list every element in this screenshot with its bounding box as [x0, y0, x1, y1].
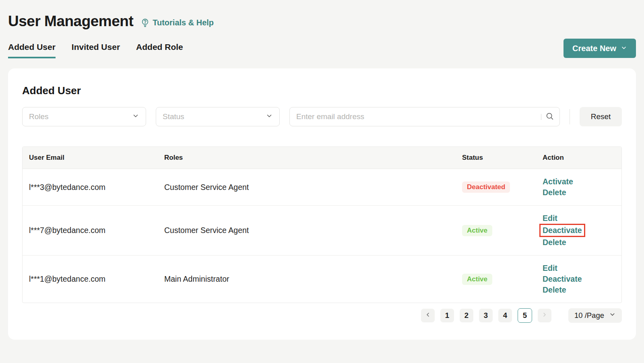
user-email-cell: l***3@bytedance.com [23, 169, 158, 206]
page-title: User Management [8, 13, 133, 30]
chevron-down-icon [621, 44, 627, 53]
create-new-button[interactable]: Create New [564, 39, 636, 58]
user-email-cell: l***7@bytedance.com [23, 206, 158, 256]
roles-select[interactable]: Roles [22, 107, 146, 126]
tutorials-help-label: Tutorials & Help [153, 18, 214, 27]
page-button-3[interactable]: 3 [479, 309, 493, 322]
action-delete-link[interactable]: Delete [543, 237, 566, 248]
panel-title: Added User [22, 85, 622, 97]
page-button-1[interactable]: 1 [440, 309, 454, 322]
user-email-cell: l***1@bytedance.com [23, 256, 158, 303]
pagination: 1 2 3 4 5 10 /Page [22, 308, 622, 323]
page-button-2[interactable]: 2 [460, 309, 473, 322]
status-badge-deactivated: Deactivated [462, 182, 510, 193]
email-search-input[interactable] [296, 112, 541, 121]
action-activate-link[interactable]: Activate [543, 176, 573, 187]
page-size-label: 10 /Page [574, 311, 604, 320]
next-page-button[interactable] [538, 309, 551, 322]
roles-select-placeholder: Roles [29, 112, 49, 121]
role-cell: Customer Service Agent [158, 206, 456, 256]
table-row: l***1@bytedance.com Main Administrator A… [23, 256, 621, 303]
page-button-5-current[interactable]: 5 [518, 308, 532, 323]
status-badge-active: Active [462, 274, 492, 285]
action-delete-link[interactable]: Delete [543, 187, 566, 198]
tabs-row: Added User Invited User Added Role Creat… [8, 39, 636, 58]
chevron-down-icon [609, 311, 616, 320]
status-badge-active: Active [462, 225, 492, 236]
chevron-left-icon [425, 311, 431, 320]
users-table: User Email Roles Status Action l***3@byt… [22, 146, 622, 303]
email-search-box [289, 107, 560, 126]
column-header-user-email: User Email [23, 147, 158, 169]
tab-invited-user[interactable]: Invited User [72, 42, 120, 58]
lightbulb-question-icon [140, 18, 150, 27]
table-row: l***7@bytedance.com Customer Service Age… [23, 206, 621, 256]
chevron-down-icon [132, 112, 139, 121]
table-header-row: User Email Roles Status Action [23, 147, 621, 169]
action-edit-link[interactable]: Edit [543, 263, 557, 274]
filters-bar: Roles Status Reset [22, 107, 622, 126]
tutorials-help-link[interactable]: Tutorials & Help [140, 18, 214, 27]
input-suffix-divider [541, 114, 541, 120]
added-user-panel: Added User Roles Status [8, 68, 636, 340]
tab-added-role[interactable]: Added Role [136, 42, 183, 58]
column-header-status: Status [456, 147, 536, 169]
status-select-placeholder: Status [163, 112, 184, 121]
chevron-down-icon [266, 112, 273, 121]
action-delete-link[interactable]: Delete [543, 285, 566, 295]
create-new-label: Create New [572, 44, 616, 53]
role-cell: Customer Service Agent [158, 169, 456, 206]
page-size-select[interactable]: 10 /Page [568, 308, 622, 323]
table-row: l***3@bytedance.com Customer Service Age… [23, 169, 621, 206]
tab-bar: Added User Invited User Added Role [8, 42, 183, 58]
column-header-roles: Roles [158, 147, 456, 169]
role-cell: Main Administrator [158, 256, 456, 303]
page-button-4[interactable]: 4 [498, 309, 512, 322]
filters-divider [570, 109, 570, 124]
search-icon[interactable] [545, 112, 554, 122]
user-management-page: User Management Tutorials & Help Added U… [0, 0, 644, 340]
reset-button[interactable]: Reset [580, 107, 622, 126]
action-deactivate-link-highlighted[interactable]: Deactivate [539, 224, 585, 237]
prev-page-button[interactable] [421, 309, 435, 322]
page-header: User Management Tutorials & Help [8, 0, 636, 30]
chevron-right-icon [541, 311, 548, 320]
action-edit-link[interactable]: Edit [543, 213, 557, 224]
status-select[interactable]: Status [156, 107, 280, 126]
action-deactivate-link[interactable]: Deactivate [543, 274, 582, 285]
tab-added-user[interactable]: Added User [8, 42, 56, 58]
column-header-action: Action [536, 147, 621, 169]
